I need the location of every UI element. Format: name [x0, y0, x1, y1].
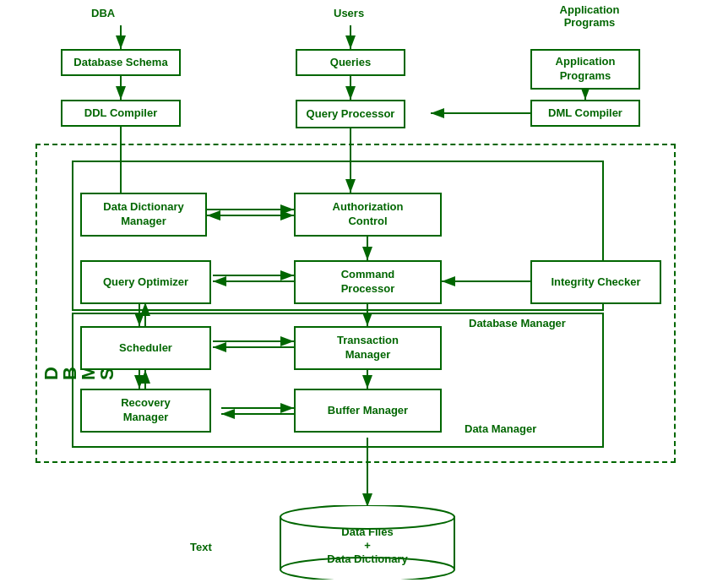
integrity-checker-box: Integrity Checker	[530, 260, 661, 304]
users-label: Users	[334, 7, 364, 19]
buffer-manager-box: Buffer Manager	[294, 389, 442, 433]
app-programs-top-box: ApplicationPrograms	[530, 49, 640, 90]
recovery-manager-box: RecoveryManager	[80, 389, 211, 433]
queries-box: Queries	[296, 49, 405, 76]
dml-compiler-box: DML Compiler	[530, 100, 640, 127]
app-programs-header-label: Application Programs	[547, 3, 632, 29]
query-optimizer-box: Query Optimizer	[80, 260, 211, 304]
data-manager-label: Data Manager	[465, 422, 536, 435]
svg-text:+: +	[364, 539, 371, 552]
database-schema-box: Database Schema	[61, 49, 181, 76]
svg-text:Data Files: Data Files	[341, 525, 393, 538]
svg-text:Data Dictionary: Data Dictionary	[327, 553, 408, 565]
transaction-manager-box: TransactionManager	[294, 326, 442, 370]
query-processor-box: Query Processor	[296, 100, 405, 128]
data-files-cylinder: Data Files + Data Dictionary	[279, 505, 456, 580]
dbms-label: DBMS	[42, 211, 66, 380]
scheduler-box: Scheduler	[80, 326, 211, 370]
command-processor-box: CommandProcessor	[294, 260, 442, 304]
data-dictionary-manager-box: Data DictionaryManager	[80, 193, 207, 237]
text-label: Text	[190, 541, 212, 553]
dba-label: DBA	[91, 7, 115, 19]
ddl-compiler-box: DDL Compiler	[61, 100, 181, 127]
authorization-control-box: AuthorizationControl	[294, 193, 442, 237]
